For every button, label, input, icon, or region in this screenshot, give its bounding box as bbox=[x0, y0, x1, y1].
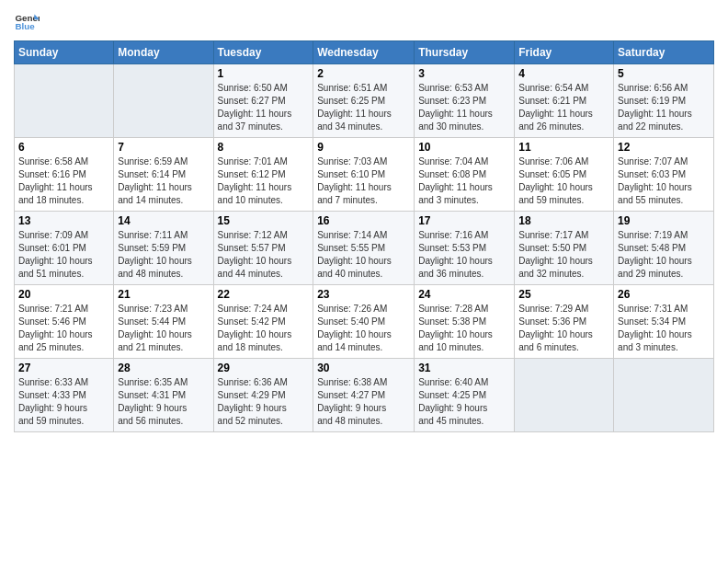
calendar-cell: 1Sunrise: 6:50 AM Sunset: 6:27 PM Daylig… bbox=[213, 64, 313, 138]
day-info: Sunrise: 6:50 AM Sunset: 6:27 PM Dayligh… bbox=[218, 82, 310, 133]
day-info: Sunrise: 6:38 AM Sunset: 4:27 PM Dayligh… bbox=[317, 376, 410, 428]
weekday-header-friday: Friday bbox=[515, 41, 614, 64]
day-number: 16 bbox=[317, 214, 410, 227]
day-info: Sunrise: 7:07 AM Sunset: 6:03 PM Dayligh… bbox=[618, 155, 710, 207]
day-info: Sunrise: 6:54 AM Sunset: 6:21 PM Dayligh… bbox=[518, 82, 609, 133]
calendar-cell: 24Sunrise: 7:28 AM Sunset: 5:38 PM Dayli… bbox=[415, 285, 515, 359]
day-number: 12 bbox=[618, 141, 710, 154]
day-info: Sunrise: 7:31 AM Sunset: 5:34 PM Dayligh… bbox=[618, 303, 710, 354]
day-number: 10 bbox=[418, 141, 510, 154]
calendar-cell: 23Sunrise: 7:26 AM Sunset: 5:40 PM Dayli… bbox=[313, 285, 415, 359]
day-number: 21 bbox=[118, 288, 209, 301]
calendar-cell: 13Sunrise: 7:09 AM Sunset: 6:01 PM Dayli… bbox=[15, 212, 114, 285]
day-info: Sunrise: 7:11 AM Sunset: 5:59 PM Dayligh… bbox=[118, 229, 209, 281]
day-info: Sunrise: 6:56 AM Sunset: 6:19 PM Dayligh… bbox=[618, 82, 710, 133]
logo: General Blue bbox=[14, 9, 40, 35]
calendar-cell: 20Sunrise: 7:21 AM Sunset: 5:46 PM Dayli… bbox=[15, 285, 114, 359]
day-number: 13 bbox=[18, 214, 109, 227]
logo-icon: General Blue bbox=[14, 9, 40, 35]
calendar-cell bbox=[114, 64, 213, 138]
calendar-cell bbox=[515, 359, 614, 432]
weekday-header-sunday: Sunday bbox=[15, 41, 114, 64]
calendar-cell: 7Sunrise: 6:59 AM Sunset: 6:14 PM Daylig… bbox=[114, 138, 213, 212]
page-header: General Blue bbox=[14, 9, 714, 35]
calendar-cell: 31Sunrise: 6:40 AM Sunset: 4:25 PM Dayli… bbox=[415, 359, 515, 432]
day-number: 7 bbox=[118, 141, 209, 154]
day-number: 19 bbox=[618, 214, 710, 227]
day-number: 14 bbox=[118, 214, 209, 227]
day-info: Sunrise: 7:26 AM Sunset: 5:40 PM Dayligh… bbox=[317, 303, 410, 354]
day-number: 3 bbox=[418, 67, 510, 80]
calendar-cell: 8Sunrise: 7:01 AM Sunset: 6:12 PM Daylig… bbox=[213, 138, 313, 212]
day-number: 29 bbox=[218, 362, 310, 374]
calendar-table: SundayMondayTuesdayWednesdayThursdayFrid… bbox=[14, 40, 714, 432]
day-info: Sunrise: 7:17 AM Sunset: 5:50 PM Dayligh… bbox=[518, 229, 609, 281]
day-info: Sunrise: 7:09 AM Sunset: 6:01 PM Dayligh… bbox=[18, 229, 109, 281]
calendar-cell: 17Sunrise: 7:16 AM Sunset: 5:53 PM Dayli… bbox=[415, 212, 515, 285]
day-info: Sunrise: 7:01 AM Sunset: 6:12 PM Dayligh… bbox=[218, 155, 310, 207]
calendar-cell: 14Sunrise: 7:11 AM Sunset: 5:59 PM Dayli… bbox=[114, 212, 213, 285]
calendar-cell: 28Sunrise: 6:35 AM Sunset: 4:31 PM Dayli… bbox=[114, 359, 213, 432]
day-number: 18 bbox=[518, 214, 609, 227]
day-info: Sunrise: 6:40 AM Sunset: 4:25 PM Dayligh… bbox=[418, 376, 510, 428]
day-info: Sunrise: 6:35 AM Sunset: 4:31 PM Dayligh… bbox=[118, 376, 209, 428]
day-number: 6 bbox=[18, 141, 109, 154]
day-info: Sunrise: 7:21 AM Sunset: 5:46 PM Dayligh… bbox=[18, 303, 109, 354]
calendar-cell: 26Sunrise: 7:31 AM Sunset: 5:34 PM Dayli… bbox=[614, 285, 714, 359]
day-info: Sunrise: 7:29 AM Sunset: 5:36 PM Dayligh… bbox=[518, 303, 609, 354]
day-number: 8 bbox=[218, 141, 310, 154]
calendar-cell: 22Sunrise: 7:24 AM Sunset: 5:42 PM Dayli… bbox=[213, 285, 313, 359]
day-number: 5 bbox=[618, 67, 710, 80]
day-number: 4 bbox=[518, 67, 609, 80]
calendar-cell: 6Sunrise: 6:58 AM Sunset: 6:16 PM Daylig… bbox=[15, 138, 114, 212]
weekday-header-tuesday: Tuesday bbox=[213, 41, 313, 64]
day-info: Sunrise: 7:03 AM Sunset: 6:10 PM Dayligh… bbox=[317, 155, 410, 207]
day-info: Sunrise: 7:04 AM Sunset: 6:08 PM Dayligh… bbox=[418, 155, 510, 207]
svg-text:Blue: Blue bbox=[15, 21, 35, 31]
calendar-cell: 2Sunrise: 6:51 AM Sunset: 6:25 PM Daylig… bbox=[313, 64, 415, 138]
calendar-cell bbox=[614, 359, 714, 432]
calendar-cell: 9Sunrise: 7:03 AM Sunset: 6:10 PM Daylig… bbox=[313, 138, 415, 212]
weekday-header-row: SundayMondayTuesdayWednesdayThursdayFrid… bbox=[15, 41, 714, 64]
calendar-cell: 3Sunrise: 6:53 AM Sunset: 6:23 PM Daylig… bbox=[415, 64, 515, 138]
calendar-cell: 29Sunrise: 6:36 AM Sunset: 4:29 PM Dayli… bbox=[213, 359, 313, 432]
calendar-week-row: 13Sunrise: 7:09 AM Sunset: 6:01 PM Dayli… bbox=[15, 212, 714, 285]
day-number: 2 bbox=[317, 67, 410, 80]
day-number: 15 bbox=[218, 214, 310, 227]
calendar-cell: 12Sunrise: 7:07 AM Sunset: 6:03 PM Dayli… bbox=[614, 138, 714, 212]
day-info: Sunrise: 7:06 AM Sunset: 6:05 PM Dayligh… bbox=[518, 155, 609, 207]
calendar-week-row: 6Sunrise: 6:58 AM Sunset: 6:16 PM Daylig… bbox=[15, 138, 714, 212]
calendar-cell: 16Sunrise: 7:14 AM Sunset: 5:55 PM Dayli… bbox=[313, 212, 415, 285]
calendar-cell: 5Sunrise: 6:56 AM Sunset: 6:19 PM Daylig… bbox=[614, 64, 714, 138]
day-info: Sunrise: 7:24 AM Sunset: 5:42 PM Dayligh… bbox=[218, 303, 310, 354]
calendar-cell: 10Sunrise: 7:04 AM Sunset: 6:08 PM Dayli… bbox=[415, 138, 515, 212]
day-info: Sunrise: 6:53 AM Sunset: 6:23 PM Dayligh… bbox=[418, 82, 510, 133]
day-info: Sunrise: 7:12 AM Sunset: 5:57 PM Dayligh… bbox=[218, 229, 310, 281]
weekday-header-saturday: Saturday bbox=[614, 41, 714, 64]
calendar-cell bbox=[15, 64, 114, 138]
calendar-cell: 4Sunrise: 6:54 AM Sunset: 6:21 PM Daylig… bbox=[515, 64, 614, 138]
day-number: 9 bbox=[317, 141, 410, 154]
day-number: 22 bbox=[218, 288, 310, 301]
calendar-cell: 15Sunrise: 7:12 AM Sunset: 5:57 PM Dayli… bbox=[213, 212, 313, 285]
day-number: 1 bbox=[218, 67, 310, 80]
weekday-header-thursday: Thursday bbox=[415, 41, 515, 64]
calendar-cell: 27Sunrise: 6:33 AM Sunset: 4:33 PM Dayli… bbox=[15, 359, 114, 432]
day-info: Sunrise: 7:14 AM Sunset: 5:55 PM Dayligh… bbox=[317, 229, 410, 281]
day-number: 25 bbox=[518, 288, 609, 301]
day-info: Sunrise: 6:36 AM Sunset: 4:29 PM Dayligh… bbox=[218, 376, 310, 428]
day-number: 20 bbox=[18, 288, 109, 301]
weekday-header-monday: Monday bbox=[114, 41, 213, 64]
day-number: 23 bbox=[317, 288, 410, 301]
day-info: Sunrise: 6:33 AM Sunset: 4:33 PM Dayligh… bbox=[18, 376, 109, 428]
day-number: 28 bbox=[118, 362, 209, 374]
day-info: Sunrise: 6:58 AM Sunset: 6:16 PM Dayligh… bbox=[18, 155, 109, 207]
calendar-cell: 19Sunrise: 7:19 AM Sunset: 5:48 PM Dayli… bbox=[614, 212, 714, 285]
day-info: Sunrise: 7:19 AM Sunset: 5:48 PM Dayligh… bbox=[618, 229, 710, 281]
calendar-cell: 25Sunrise: 7:29 AM Sunset: 5:36 PM Dayli… bbox=[515, 285, 614, 359]
day-info: Sunrise: 7:23 AM Sunset: 5:44 PM Dayligh… bbox=[118, 303, 209, 354]
weekday-header-wednesday: Wednesday bbox=[313, 41, 415, 64]
calendar-cell: 21Sunrise: 7:23 AM Sunset: 5:44 PM Dayli… bbox=[114, 285, 213, 359]
day-number: 26 bbox=[618, 288, 710, 301]
day-number: 31 bbox=[418, 362, 510, 374]
